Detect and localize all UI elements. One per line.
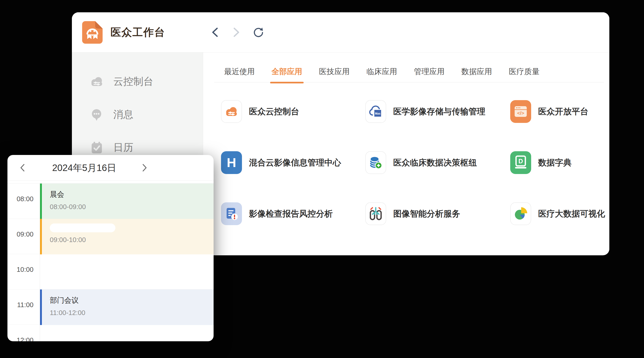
app-image-ai-analysis[interactable]: 图像智能分析服务 [365,202,510,225]
app-image-storage[interactable]: Mas 医学影像存储与传输管理 [365,100,510,123]
blue-cloud-mas-icon: Mas [368,104,383,119]
app-label: 影像检查报告风控分析 [249,208,333,219]
message-bubble-icon [90,108,104,121]
calendar-check-icon [90,141,104,154]
event-title: 晨会 [50,189,214,199]
pie-chart-icon [513,206,528,221]
tab-clinical[interactable]: 临床应用 [366,66,397,83]
sidebar-item-messages[interactable]: 消息 [72,98,203,131]
time-label: 08:00 [8,195,34,203]
calendar-next-button[interactable] [142,163,149,173]
app-report-risk-analysis[interactable]: 影像检查报告风控分析 [221,202,365,225]
time-label: 09:00 [8,230,34,238]
calendar-row-1200: 12:00 [8,325,214,341]
calendar-row-0800: 08:00 晨会 08:00-09:00 [8,183,214,219]
app-clinical-data-hub[interactable]: 医众临床数据决策枢纽 [365,151,510,174]
app-data-dictionary[interactable]: D 数据字典 [510,151,607,174]
event-department-meeting[interactable]: 部门会议 11:00-12:00 [40,289,214,325]
app-label: 医疗大数据可视化 [538,208,605,219]
event-redacted[interactable]: 09:00-10:00 [40,219,214,254]
chevron-left-icon [20,163,25,172]
calendar-date: 2024年5月16日 [33,155,136,180]
refresh-button[interactable] [252,27,263,38]
app-label: 医学影像存储与传输管理 [393,106,485,117]
orange-cloud-sliders-icon [224,106,238,117]
app-title: 医众工作台 [110,25,165,39]
tab-bar: 最近使用 全部应用 医技应用 临床应用 管理应用 数据应用 医疗质量 [203,52,609,83]
calendar-header: 2024年5月16日 [8,155,214,180]
event-morning-meeting[interactable]: 晨会 08:00-09:00 [40,183,214,219]
refresh-icon [252,26,263,38]
tab-medtech[interactable]: 医技应用 [319,66,350,83]
app-hybrid-cloud-imaging[interactable]: H 混合云影像信息管理中心 [221,151,365,174]
time-label: 11:00 [8,301,34,309]
app-label: 医众临床数据决策枢纽 [393,157,477,169]
app-grid: 医众云控制台 Mas 医学影像存储与传输管理 [221,100,607,253]
event-title: 部门会议 [50,296,214,305]
chevron-left-icon [212,27,218,38]
nav-controls [210,12,263,52]
svg-text:</>: </> [517,110,524,116]
content-area: 最近使用 全部应用 医技应用 临床应用 管理应用 数据应用 医疗质量 [203,52,609,255]
back-button[interactable] [210,27,220,38]
calendar-row-1000: 10:00 [8,254,214,289]
svg-text:D: D [518,158,523,165]
tab-quality[interactable]: 医疗质量 [509,66,540,83]
tab-recent[interactable]: 最近使用 [224,66,255,83]
redacted-title-pill [50,223,116,232]
calendar-rows: 08:00 晨会 08:00-09:00 09:00 09:00-10:00 1… [8,183,214,341]
calendar-prev-button[interactable] [20,163,26,173]
report-alert-icon [224,206,239,221]
sidebar-item-label: 云控制台 [113,75,153,88]
svg-text:Mas: Mas [375,112,381,115]
calendar-row-1100: 11:00 部门会议 11:00-12:00 [8,289,214,325]
app-logo-icon [82,21,102,44]
event-time-range: 09:00-10:00 [50,236,214,244]
calendar-row-0900: 09:00 09:00-10:00 [8,219,214,254]
tab-all-apps[interactable]: 全部应用 [272,66,302,83]
tab-data[interactable]: 数据应用 [461,66,492,83]
chevron-right-icon [233,27,240,38]
app-open-platform[interactable]: </> 医众开放平台 [510,100,607,123]
app-label: 图像智能分析服务 [393,208,460,219]
app-cloud-console[interactable]: 医众云控制台 [221,100,365,123]
calendar-panel: 2024年5月16日 08:00 晨会 08:00-09:00 09:00 09… [8,155,214,341]
green-dictionary-icon: D [510,151,531,174]
lungs-scan-icon [368,206,383,221]
forward-button[interactable] [231,27,242,38]
cloud-settings-icon [90,75,104,88]
blue-letter-h-icon: H [221,151,242,174]
app-label: 混合云影像信息管理中心 [249,157,341,169]
chevron-right-icon [142,163,148,172]
app-label: 数据字典 [538,157,572,169]
app-big-data-visualization[interactable]: 医疗大数据可视化 [510,202,607,225]
window-header: 医众工作台 [72,12,609,52]
orange-code-window-icon: </> [510,100,531,123]
svg-text:H: H [227,155,236,170]
tab-management[interactable]: 管理应用 [414,66,444,83]
database-plus-icon [368,156,383,170]
app-label: 医众开放平台 [538,106,588,117]
event-time-range: 08:00-09:00 [50,203,214,211]
time-label: 12:00 [8,336,34,341]
event-time-range: 11:00-12:00 [50,309,214,317]
sidebar-item-label: 消息 [113,108,133,121]
time-label: 10:00 [8,266,34,273]
sidebar-item-label: 日历 [113,141,133,154]
app-label: 医众云控制台 [249,106,299,117]
sidebar-item-cloud-console[interactable]: 云控制台 [72,65,203,98]
